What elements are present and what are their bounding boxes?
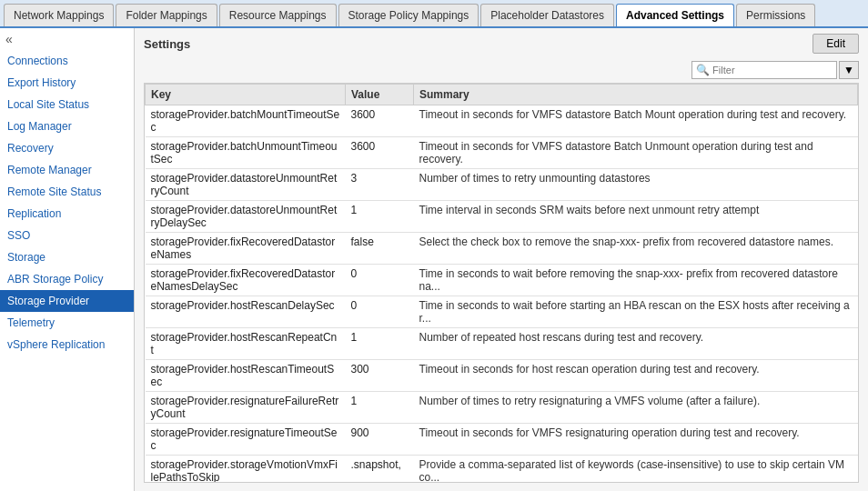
table-row[interactable]: storageProvider.fixRecoveredDatastoreNam… (146, 233, 858, 265)
summary-cell: Provide a comma-separated list of keywor… (414, 456, 858, 484)
table-row[interactable]: storageProvider.fixRecoveredDatastoreNam… (146, 265, 858, 296)
value-cell: 0 (346, 296, 414, 328)
sidebar-item-replication[interactable]: Replication (0, 203, 134, 225)
value-cell: 1 (346, 392, 414, 424)
value-cell: 3600 (346, 137, 414, 169)
sidebar-item-log-manager[interactable]: Log Manager (0, 115, 134, 137)
key-cell: storageProvider.datastoreUnmountRetryCou… (146, 169, 346, 201)
table-row[interactable]: storageProvider.hostRescanDelaySec0Time … (146, 296, 858, 328)
value-cell: 1 (346, 328, 414, 360)
table-row[interactable]: storageProvider.batchMountTimeoutSec3600… (146, 105, 858, 137)
sidebar-item-sso[interactable]: SSO (0, 225, 134, 246)
settings-title: Settings (144, 37, 190, 51)
table-row[interactable]: storageProvider.datastoreUnmountRetryCou… (146, 169, 858, 201)
col-header-key: Key (146, 85, 346, 105)
key-cell: storageProvider.hostRescanDelaySec (146, 296, 346, 328)
col-header-summary: Summary (414, 85, 858, 105)
tab-permissions[interactable]: Permissions (736, 4, 815, 26)
filter-dropdown[interactable]: ▼ (839, 61, 859, 79)
key-cell: storageProvider.batchMountTimeoutSec (146, 105, 346, 137)
sidebar-item-storage-provider[interactable]: Storage Provider (0, 290, 134, 312)
tab-storage-policy-mappings[interactable]: Storage Policy Mappings (338, 4, 479, 26)
table-row[interactable]: storageProvider.resignatureTimeoutSec900… (146, 424, 858, 456)
table-row[interactable]: storageProvider.resignatureFailureRetryC… (146, 392, 858, 424)
table-row[interactable]: storageProvider.hostRescanRepeatCnt1Numb… (146, 328, 858, 360)
summary-cell: Timeout in seconds for VMFS datastore Ba… (414, 137, 858, 169)
filter-input[interactable] (712, 65, 822, 75)
summary-cell: Select the check box to remove the snap-… (414, 233, 858, 265)
key-cell: storageProvider.fixRecoveredDatastoreNam… (146, 265, 346, 296)
top-tab-bar: Network MappingsFolder MappingsResource … (0, 0, 868, 28)
summary-cell: Time in seconds to wait before removing … (414, 265, 858, 296)
tab-network-mappings[interactable]: Network Mappings (4, 4, 114, 26)
summary-cell: Number of times to retry unmounting data… (414, 169, 858, 201)
key-cell: storageProvider.hostRescanRepeatCnt (146, 328, 346, 360)
sidebar-item-local-site-status[interactable]: Local Site Status (0, 94, 134, 115)
settings-table: KeyValueSummary storageProvider.batchMou… (145, 84, 858, 483)
summary-cell: Number of times to retry resignaturing a… (414, 392, 858, 424)
value-cell: 0 (346, 265, 414, 296)
table-row[interactable]: storageProvider.batchUnmountTimeoutSec36… (146, 137, 858, 169)
filter-wrap: 🔍 (691, 61, 837, 79)
sidebar-item-connections[interactable]: Connections (0, 50, 134, 72)
tab-resource-mappings[interactable]: Resource Mappings (219, 4, 337, 26)
content-area: Settings Edit 🔍 ▼ KeyValueSummary storag… (135, 28, 868, 491)
value-cell: 3 (346, 169, 414, 201)
key-cell: storageProvider.hostRescanTimeoutSec (146, 360, 346, 392)
key-cell: storageProvider.datastoreUnmountRetryDel… (146, 201, 346, 233)
summary-cell: Timeout in seconds for host rescan opera… (414, 360, 858, 392)
settings-table-container: KeyValueSummary storageProvider.batchMou… (144, 83, 859, 483)
sidebar-item-storage[interactable]: Storage (0, 246, 134, 268)
sidebar-item-telemetry[interactable]: Telemetry (0, 312, 134, 334)
sidebar-item-remote-site-status[interactable]: Remote Site Status (0, 181, 134, 203)
tab-advanced-settings[interactable]: Advanced Settings (616, 4, 734, 26)
key-cell: storageProvider.storageVmotionVmxFilePat… (146, 456, 346, 484)
value-cell: 1 (346, 201, 414, 233)
sidebar-item-vsphere-replication[interactable]: vSphere Replication (0, 334, 134, 356)
table-row[interactable]: storageProvider.storageVmotionVmxFilePat… (146, 456, 858, 484)
summary-cell: Time interval in seconds SRM waits befor… (414, 201, 858, 233)
sidebar-collapse-button[interactable]: « (0, 28, 134, 50)
value-cell: 300 (346, 360, 414, 392)
value-cell: 3600 (346, 105, 414, 137)
value-cell: .snapshot, (346, 456, 414, 484)
value-cell: 900 (346, 424, 414, 456)
tab-placeholder-datastores[interactable]: Placeholder Datastores (480, 4, 614, 26)
sidebar: « ConnectionsExport HistoryLocal Site St… (0, 28, 135, 491)
tab-folder-mappings[interactable]: Folder Mappings (116, 4, 217, 26)
key-cell: storageProvider.batchUnmountTimeoutSec (146, 137, 346, 169)
summary-cell: Number of repeated host rescans during t… (414, 328, 858, 360)
summary-cell: Time in seconds to wait before starting … (414, 296, 858, 328)
key-cell: storageProvider.resignatureTimeoutSec (146, 424, 346, 456)
sidebar-item-recovery[interactable]: Recovery (0, 137, 134, 159)
value-cell: false (346, 233, 414, 265)
summary-cell: Timeout in seconds for VMFS datastore Ba… (414, 105, 858, 137)
summary-cell: Timeout in seconds for VMFS resignaturin… (414, 424, 858, 456)
sidebar-item-remote-manager[interactable]: Remote Manager (0, 159, 134, 181)
table-row[interactable]: storageProvider.datastoreUnmountRetryDel… (146, 201, 858, 233)
search-icon: 🔍 (696, 64, 710, 76)
key-cell: storageProvider.resignatureFailureRetryC… (146, 392, 346, 424)
sidebar-item-export-history[interactable]: Export History (0, 72, 134, 94)
edit-button[interactable]: Edit (812, 34, 859, 54)
table-row[interactable]: storageProvider.hostRescanTimeoutSec300T… (146, 360, 858, 392)
sidebar-item-abr-storage-policy[interactable]: ABR Storage Policy (0, 268, 134, 290)
col-header-value: Value (346, 85, 414, 105)
key-cell: storageProvider.fixRecoveredDatastoreNam… (146, 233, 346, 265)
